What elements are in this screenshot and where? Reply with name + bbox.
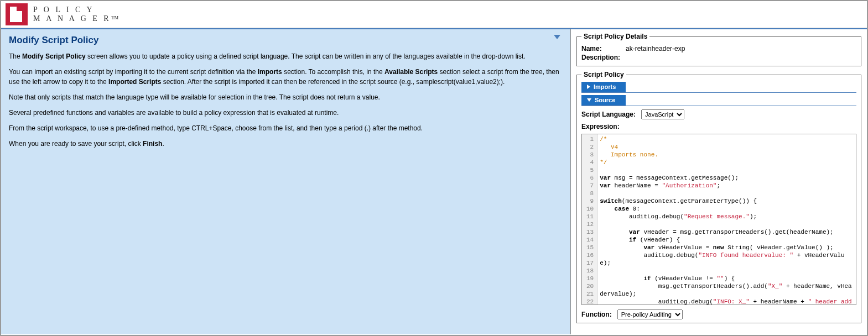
page-title: Modify Script Policy [9,35,563,46]
tab-source[interactable]: Source [581,95,626,106]
function-select[interactable]: Pre-policy Auditing [617,309,683,319]
help-p4: Several predefined functions and variabl… [9,108,563,118]
name-value: ak-retainheader-exp [626,45,685,53]
name-label: Name: [581,45,626,53]
app-header: P O L I C Y M A N A G E R™ [1,1,867,28]
policy-details-legend: Script Policy Details [581,33,649,40]
script-policy-fieldset: Script Policy Imports Source Script Lang… [576,71,861,323]
description-label: Description: [581,54,626,61]
help-p3: Note that only scripts that match the la… [9,92,563,102]
line-gutter: 1 2 3 4 5 6 7 8 9 10 11 12 13 14 15 16 1… [582,134,597,305]
tab-imports[interactable]: Imports [581,82,626,92]
main-area: Modify Script Policy The Modify Script P… [1,28,867,334]
brand-line2: M A N A G E R™ [33,14,121,23]
chevron-right-icon [587,85,590,89]
code-editor[interactable]: 1 2 3 4 5 6 7 8 9 10 11 12 13 14 15 16 1… [581,134,856,305]
function-label: Function: [581,311,612,318]
policy-details-fieldset: Script Policy Details Name: ak-retainhea… [576,33,861,66]
expression-label: Expression: [581,123,620,130]
collapse-caret-icon[interactable] [554,35,560,39]
help-p5: From the script workspace, to use a pre-… [9,123,563,133]
help-panel: Modify Script Policy The Modify Script P… [1,29,571,334]
help-p2: You can import an existing script by imp… [9,67,563,87]
brand-text: P O L I C Y M A N A G E R™ [33,6,121,23]
details-panel: Script Policy Details Name: ak-retainhea… [571,29,867,334]
brand-line1: P O L I C Y [33,6,121,14]
tab-imports-label: Imports [594,83,616,90]
script-language-select[interactable]: JavaScript [641,109,684,119]
code-content[interactable]: /* v4 Imports none. */ var msg = message… [597,134,856,305]
tab-source-label: Source [595,97,615,103]
help-p6: When you are ready to save your script, … [9,139,563,149]
script-language-label: Script Language: [581,111,636,118]
chevron-down-icon [587,98,591,102]
help-p1: The Modify Script Policy screen allows y… [9,51,563,61]
script-policy-legend: Script Policy [581,71,626,78]
logo-icon [6,3,28,25]
